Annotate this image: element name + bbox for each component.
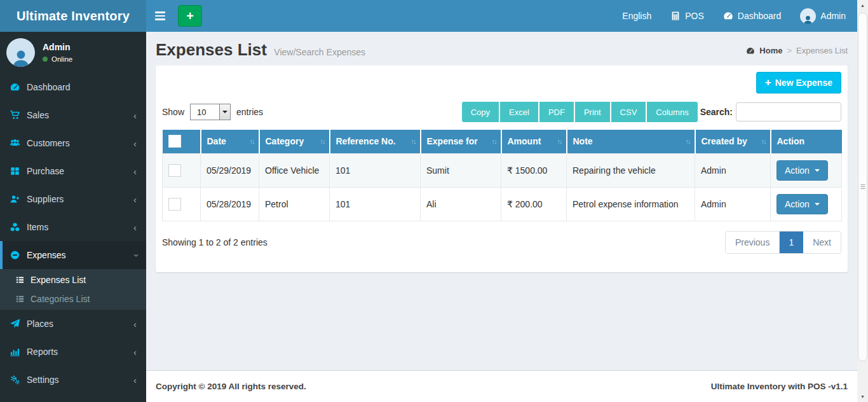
chevron-left-icon: ‹ bbox=[133, 167, 137, 176]
breadcrumb: Home > Expenses List bbox=[746, 46, 848, 55]
row-action-button[interactable]: Action bbox=[776, 194, 828, 214]
sidebar-item-places[interactable]: Places ‹ bbox=[0, 310, 146, 338]
sidebar-item-purchase[interactable]: Purchase ‹ bbox=[0, 157, 146, 185]
user-panel: Admin Online bbox=[0, 32, 146, 73]
sidebar-item-label: Places bbox=[27, 319, 53, 329]
pagination-previous-button[interactable]: Previous bbox=[726, 232, 780, 253]
person-icon bbox=[803, 15, 813, 24]
sort-icon[interactable]: ↑↓ bbox=[492, 137, 496, 145]
export-csv-button[interactable]: CSV bbox=[611, 102, 648, 122]
chevron-left-icon: ‹ bbox=[133, 195, 137, 204]
export-pdf-button[interactable]: PDF bbox=[539, 102, 575, 122]
export-button-group: Copy Excel PDF Print CSV Columns bbox=[462, 102, 698, 122]
expenses-submenu: Expenses List Categories List bbox=[0, 269, 146, 310]
sidebar-item-label: Sales bbox=[27, 110, 49, 120]
bar-chart-icon bbox=[10, 347, 20, 357]
sort-icon[interactable]: ↑↓ bbox=[686, 137, 690, 145]
sidebar-item-customers[interactable]: Customers ‹ bbox=[0, 129, 146, 157]
breadcrumb-home-link[interactable]: Home bbox=[759, 46, 782, 55]
row-checkbox[interactable] bbox=[168, 164, 181, 177]
sort-icon[interactable]: ↑↓ bbox=[411, 137, 416, 145]
column-header-note[interactable]: Note↑↓ bbox=[567, 130, 695, 153]
quick-add-button[interactable]: + bbox=[178, 5, 202, 27]
scrollbar-grip-icon bbox=[860, 184, 865, 190]
cell-reference: 101 bbox=[330, 153, 421, 187]
select-all-checkbox[interactable] bbox=[168, 135, 181, 148]
pagination-page-1[interactable]: 1 bbox=[780, 232, 803, 253]
user-menu[interactable]: Admin bbox=[800, 8, 846, 24]
nav-pos-link[interactable]: POS bbox=[670, 11, 704, 21]
search-input[interactable] bbox=[736, 102, 841, 121]
sidebar-item-expenses-list[interactable]: Expenses List bbox=[0, 270, 146, 289]
column-header-date[interactable]: Date↑↓ bbox=[201, 130, 259, 153]
cell-category: Office Vehicle bbox=[259, 153, 330, 187]
sidebar-item-dashboard[interactable]: Dashboard bbox=[0, 73, 146, 101]
columns-button[interactable]: Columns bbox=[647, 102, 697, 122]
cell-reference: 101 bbox=[330, 187, 421, 221]
app-logo[interactable]: Ultimate Inventory bbox=[0, 0, 146, 32]
hamburger-icon bbox=[155, 11, 165, 13]
entries-select[interactable]: 10 bbox=[190, 104, 231, 120]
new-expense-button[interactable]: + New Expense bbox=[756, 72, 841, 94]
cubes-icon bbox=[10, 222, 20, 232]
sidebar-item-expenses[interactable]: Expenses ‹ bbox=[0, 241, 146, 269]
cell-date: 05/29/2019 bbox=[201, 153, 259, 187]
sort-icon[interactable]: ↑↓ bbox=[320, 137, 325, 145]
cell-amount: ₹ 200.00 bbox=[501, 187, 567, 221]
column-header-amount[interactable]: Amount↑↓ bbox=[501, 130, 567, 153]
person-icon bbox=[11, 48, 31, 67]
vertical-scrollbar[interactable]: ▲ ▼ bbox=[857, 0, 868, 402]
scroll-down-button[interactable]: ▼ bbox=[857, 391, 868, 402]
row-action-button[interactable]: Action bbox=[776, 160, 828, 181]
nav-dashboard-label: Dashboard bbox=[738, 11, 782, 21]
select-arrow-icon bbox=[219, 104, 230, 120]
page-subtitle: View/Search Expenses bbox=[274, 47, 365, 57]
sidebar-menu: Dashboard Sales ‹ Customers ‹ Purchase ‹ bbox=[0, 73, 146, 394]
sort-icon[interactable]: ↑↓ bbox=[557, 137, 562, 145]
sidebar-item-suppliers[interactable]: Suppliers ‹ bbox=[0, 185, 146, 213]
entries-select-value: 10 bbox=[191, 104, 219, 120]
top-navbar: + English POS Dashboard bbox=[146, 0, 857, 32]
user-menu-label: Admin bbox=[820, 11, 846, 21]
column-header-category[interactable]: Category↑↓ bbox=[259, 130, 330, 153]
column-header-reference[interactable]: Reference No.↑↓ bbox=[330, 130, 421, 153]
column-header-action: Action bbox=[771, 130, 842, 153]
select-all-header[interactable] bbox=[163, 130, 201, 153]
user-status: Online bbox=[43, 55, 72, 63]
cell-note: Repairing the vehicle bbox=[567, 153, 695, 187]
row-checkbox[interactable] bbox=[168, 198, 181, 211]
breadcrumb-current: Expenses List bbox=[796, 46, 848, 55]
sidebar-item-categories-list[interactable]: Categories List bbox=[0, 289, 146, 308]
sidebar-item-label: Expenses bbox=[27, 250, 65, 260]
nav-dashboard-link[interactable]: Dashboard bbox=[723, 11, 782, 21]
export-copy-button[interactable]: Copy bbox=[462, 102, 500, 122]
sidebar-item-reports[interactable]: Reports ‹ bbox=[0, 338, 146, 366]
scroll-up-button[interactable]: ▲ bbox=[857, 0, 868, 11]
sidebar-item-label: Customers bbox=[27, 138, 70, 148]
pagination-next-button[interactable]: Next bbox=[803, 232, 841, 253]
export-excel-button[interactable]: Excel bbox=[500, 102, 539, 122]
export-print-button[interactable]: Print bbox=[575, 102, 611, 122]
sidebar-item-sales[interactable]: Sales ‹ bbox=[0, 101, 146, 129]
sort-icon[interactable]: ↑↓ bbox=[250, 137, 254, 145]
expenses-table: Date↑↓ Category↑↓ Reference No.↑↓ Expens… bbox=[162, 130, 842, 221]
language-menu[interactable]: English bbox=[622, 11, 651, 21]
sort-icon[interactable]: ↑↓ bbox=[761, 137, 766, 145]
language-label: English bbox=[622, 11, 651, 21]
sidebar-item-settings[interactable]: Settings ‹ bbox=[0, 366, 146, 394]
scrollbar-thumb[interactable] bbox=[858, 13, 867, 361]
main-content: Expenses List View/Search Expenses Home … bbox=[146, 32, 857, 370]
nav-pos-label: POS bbox=[685, 11, 704, 21]
sidebar-toggle-button[interactable] bbox=[146, 0, 174, 32]
gears-icon bbox=[10, 375, 20, 385]
sidebar-item-items[interactable]: Items ‹ bbox=[0, 213, 146, 241]
sidebar-item-label: Items bbox=[27, 222, 48, 232]
cell-expense-for: Ali bbox=[421, 187, 501, 221]
list-icon bbox=[15, 295, 25, 303]
table-row: 05/29/2019 Office Vehicle 101 Sumit ₹ 15… bbox=[163, 153, 842, 187]
column-header-expense-for[interactable]: Expense for↑↓ bbox=[421, 130, 501, 153]
avatar bbox=[6, 38, 35, 67]
chevron-left-icon: ‹ bbox=[133, 111, 137, 120]
column-header-created-by[interactable]: Created by↑↓ bbox=[695, 130, 771, 153]
cell-created-by: Admin bbox=[695, 187, 771, 221]
